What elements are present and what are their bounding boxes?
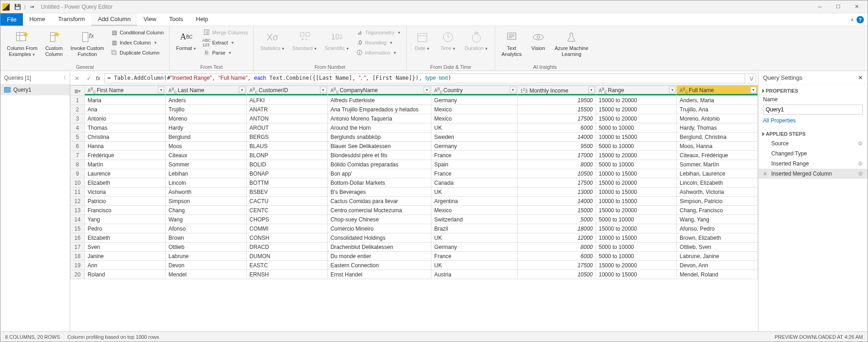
row-number[interactable]: 18 <box>71 252 85 261</box>
cell[interactable]: DRACD <box>247 243 328 252</box>
cell[interactable]: Francisco <box>84 206 166 215</box>
custom-column-button[interactable]: Custom Column <box>42 28 66 59</box>
cell[interactable]: 15000 to 20000 <box>596 206 677 215</box>
cell[interactable]: DUMON <box>247 252 328 261</box>
gear-icon[interactable]: ⚙ <box>858 140 863 147</box>
table-row[interactable]: 9LaurenceLebihanBONAPBon app'France10500… <box>71 169 758 178</box>
cell[interactable]: Around the Horn <box>327 123 431 132</box>
duration-button[interactable]: Duration▼ <box>462 28 491 53</box>
applied-step[interactable]: Inserted Range⚙ <box>758 159 868 169</box>
format-button[interactable]: ABC Format▼ <box>173 28 199 53</box>
row-number[interactable]: 2 <box>71 105 85 114</box>
cell[interactable]: 10000 to 15000 <box>596 270 677 279</box>
cell[interactable]: Sweden <box>431 132 518 142</box>
cell[interactable]: Ottlieb <box>166 243 247 252</box>
table-row[interactable]: 17SvenOttliebDRACDDrachenblut Delikatess… <box>71 243 758 252</box>
collapse-ribbon-icon[interactable]: ∧ <box>851 17 854 22</box>
cell[interactable]: B's Beverages <box>327 188 431 197</box>
parse-button[interactable]: ⎘Parse▼ <box>201 48 250 57</box>
cell[interactable]: 15000 <box>517 206 596 215</box>
table-row[interactable]: 14YangWangCHOPSChop-suey ChineseSwitzerl… <box>71 215 758 224</box>
table-row[interactable]: 19AnnDevonEASTCEastern ConnectionUK17500… <box>71 261 758 270</box>
cell[interactable]: 5000 to 10000 <box>596 123 677 132</box>
cell[interactable]: Blauer See Delikatessen <box>327 142 431 151</box>
type-icon[interactable]: ABC <box>680 87 688 94</box>
cell[interactable]: Devon <box>166 261 247 270</box>
cell[interactable]: Trujillo, Ana <box>677 105 758 114</box>
conditional-column-button[interactable]: ▤Conditional Column <box>109 28 166 37</box>
type-icon[interactable]: ABC <box>88 87 96 94</box>
cell[interactable]: Wang <box>166 215 247 224</box>
expand-formula-button[interactable]: ⋁ <box>747 73 756 83</box>
cell[interactable]: 5000 to 10000 <box>596 252 677 261</box>
cell[interactable]: 8000 <box>517 243 596 252</box>
cell[interactable]: ERNSH <box>247 270 328 279</box>
cell[interactable]: Elizabeth <box>84 178 166 188</box>
row-number[interactable]: 13 <box>71 206 85 215</box>
filter-icon[interactable]: ▼ <box>510 87 516 93</box>
cell[interactable]: 15000 to 20000 <box>596 105 677 114</box>
cell[interactable]: Lincoln, Elizabeth <box>677 178 758 188</box>
duplicate-column-button[interactable]: ⿻Duplicate Column <box>109 48 166 57</box>
cell[interactable]: 19500 <box>517 96 596 105</box>
vision-button[interactable]: Vision <box>526 28 550 53</box>
type-icon[interactable]: ABC <box>599 87 607 94</box>
cell[interactable]: Sommer <box>166 160 247 169</box>
cell[interactable]: ALFKI <box>247 96 328 105</box>
cell[interactable]: Brown, Elizabeth <box>677 233 758 243</box>
row-number[interactable]: 19 <box>71 261 85 270</box>
cell[interactable]: 10000 to 15000 <box>596 197 677 206</box>
tab-help[interactable]: Help <box>189 13 215 26</box>
cell[interactable]: 10500 <box>517 169 596 178</box>
row-number[interactable]: 6 <box>71 142 85 151</box>
time-button[interactable]: Time▼ <box>436 28 460 53</box>
cell[interactable]: 9500 <box>517 142 596 151</box>
cell[interactable]: Chop-suey Chinese <box>327 215 431 224</box>
cell[interactable]: Canada <box>431 178 518 188</box>
table-row[interactable]: 16ElizabethBrownCONSHConsolidated Holdin… <box>71 233 758 243</box>
column-from-examples-button[interactable]: Column From Examples▼ <box>4 28 40 59</box>
cell[interactable]: UK <box>431 233 518 243</box>
cell[interactable]: Antonio <box>84 114 166 123</box>
cell[interactable]: Christina <box>84 132 166 142</box>
cell[interactable]: Sommer, Martín <box>677 160 758 169</box>
cell[interactable]: Trujillo <box>166 105 247 114</box>
cell[interactable]: BERGS <box>247 132 328 142</box>
cell[interactable]: Ana Trujillo Emparedados y helados <box>327 105 431 114</box>
fx-icon[interactable]: fx <box>96 75 100 82</box>
cell[interactable]: Mexico <box>431 114 518 123</box>
row-number[interactable]: 8 <box>71 160 85 169</box>
cell[interactable]: 5000 to 10000 <box>596 142 677 151</box>
cell[interactable]: Lincoln <box>166 178 247 188</box>
close-button[interactable]: ✕ <box>847 0 866 13</box>
query-item[interactable]: Query1 <box>0 84 70 95</box>
cell[interactable]: Hardy <box>166 123 247 132</box>
save-button[interactable]: 💾 <box>12 2 22 12</box>
data-grid-wrap[interactable]: ▦▾ABCFirst Name▼ABCLast Name▼ABCCustomer… <box>70 85 758 331</box>
column-header[interactable]: ABCCountry▼ <box>431 86 518 96</box>
cell[interactable]: 15500 <box>517 105 596 114</box>
cell[interactable]: Ottlieb, Sven <box>677 243 758 252</box>
cell[interactable]: BLONP <box>247 151 328 160</box>
cell[interactable]: 10000 to 15000 <box>596 233 677 243</box>
cell[interactable]: Citeaux, Frédérique <box>677 151 758 160</box>
extract-button[interactable]: ABC123Extract▼ <box>201 38 250 47</box>
cancel-formula-button[interactable]: ✕ <box>72 73 82 83</box>
text-analytics-button[interactable]: Text Analytics <box>499 28 525 59</box>
cell[interactable]: Labrune <box>166 252 247 261</box>
filter-icon[interactable]: ▼ <box>588 87 595 93</box>
cell[interactable]: Mendel <box>166 270 247 279</box>
row-number[interactable]: 15 <box>71 224 85 233</box>
cell[interactable]: AROUT <box>247 123 328 132</box>
cell[interactable]: 12000 <box>517 233 596 243</box>
table-row[interactable]: 7FrédériqueCiteauxBLONPBlondesddsl père … <box>71 151 758 160</box>
cell[interactable]: BSBEV <box>247 188 328 197</box>
cell[interactable]: Ernst Handel <box>327 270 431 279</box>
cell[interactable]: Blondesddsl père et fils <box>327 151 431 160</box>
cell[interactable]: 15000 to 20000 <box>596 224 677 233</box>
cell[interactable]: Berglunds snabbköp <box>327 132 431 142</box>
cell[interactable]: Berglund <box>166 132 247 142</box>
cell[interactable]: Argentina <box>431 197 518 206</box>
cell[interactable]: 14000 <box>517 132 596 142</box>
table-row[interactable]: 3AntonioMorenoANTONAntonio Moreno Taquer… <box>71 114 758 123</box>
